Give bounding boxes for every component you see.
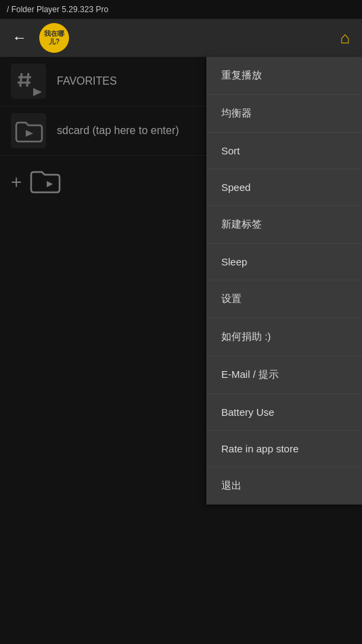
back-button[interactable]: ←: [7, 24, 32, 52]
dropdown-item-label-equalizer: 均衡器: [221, 107, 252, 120]
dropdown-item-label-new-tag: 新建标签: [221, 218, 262, 231]
home-button[interactable]: ⌂: [335, 23, 356, 53]
avatar-button[interactable]: 我在哪儿?: [39, 23, 69, 53]
dropdown-item-sort[interactable]: Sort: [206, 133, 362, 169]
back-icon: ←: [12, 29, 27, 47]
avatar-text: 我在哪儿?: [39, 30, 69, 46]
dropdown-item-repeat[interactable]: 重复播放: [206, 57, 362, 95]
dropdown-menu: 重复播放均衡器SortSpeed新建标签Sleep设置如何捐助 :)E-Mail…: [206, 57, 362, 505]
dropdown-item-label-donate: 如何捐助 :): [221, 330, 271, 343]
main-content: FAVORITES sdcard (tap here to enter) + ▶…: [0, 57, 362, 644]
dropdown-item-rate[interactable]: Rate in app store: [206, 431, 362, 467]
dropdown-item-label-sort: Sort: [221, 145, 240, 156]
dropdown-item-label-repeat: 重复播放: [221, 69, 262, 82]
dropdown-item-equalizer[interactable]: 均衡器: [206, 95, 362, 133]
dropdown-item-exit[interactable]: 退出: [206, 467, 362, 505]
dropdown-item-label-exit: 退出: [221, 479, 242, 492]
dropdown-item-battery[interactable]: Battery Use: [206, 394, 362, 431]
dropdown-item-label-speed: Speed: [221, 181, 250, 193]
dropdown-item-new-tag[interactable]: 新建标签: [206, 206, 362, 244]
dropdown-item-label-rate: Rate in app store: [221, 443, 298, 454]
dropdown-item-email[interactable]: E-Mail / 提示: [206, 356, 362, 394]
home-icon: ⌂: [340, 28, 350, 47]
dropdown-item-donate[interactable]: 如何捐助 :): [206, 318, 362, 356]
status-bar-text: / Folder Player 5.29.323 Pro: [7, 5, 108, 14]
status-bar: / Folder Player 5.29.323 Pro: [0, 0, 362, 19]
dropdown-item-label-settings: 设置: [221, 293, 242, 305]
toolbar: ← 我在哪儿? ⌂: [0, 19, 362, 57]
dropdown-item-label-battery: Battery Use: [221, 406, 274, 418]
dropdown-item-label-sleep: Sleep: [221, 256, 247, 267]
dropdown-item-sleep[interactable]: Sleep: [206, 244, 362, 280]
dropdown-item-speed[interactable]: Speed: [206, 169, 362, 206]
dropdown-item-label-email: E-Mail / 提示: [221, 368, 279, 381]
dropdown-item-settings[interactable]: 设置: [206, 280, 362, 318]
